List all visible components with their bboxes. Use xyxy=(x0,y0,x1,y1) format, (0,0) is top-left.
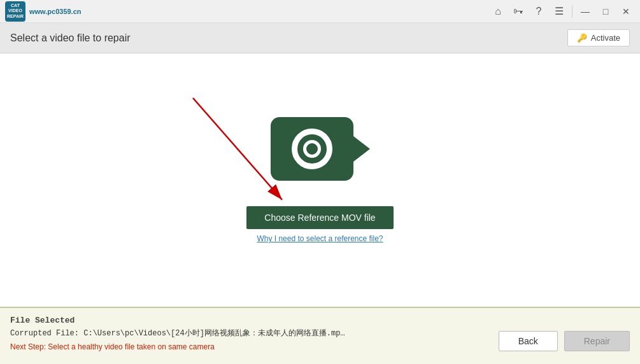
activate-button[interactable]: 🔑 Activate xyxy=(567,29,630,46)
choose-reference-button[interactable]: Choose Reference MOV file xyxy=(246,206,393,229)
title-bar-left: CAT VIDEO REPAIR www.pc0359.cn xyxy=(5,1,82,22)
button-area: Choose Reference MOV file Why I need to … xyxy=(246,206,393,243)
why-link-button[interactable]: Why I need to select a reference file? xyxy=(257,234,383,243)
back-button[interactable]: Back xyxy=(499,331,558,351)
camera-lens-inner xyxy=(303,140,321,158)
main-content: Choose Reference MOV file Why I need to … xyxy=(0,53,640,307)
bottom-wrapper: File Selected Corrupted File: C:\Users\p… xyxy=(0,307,640,364)
file-selected-label: File Selected xyxy=(10,316,630,325)
title-bar: CAT VIDEO REPAIR www.pc0359.cn ⌂ 🗝 ? ☰ —… xyxy=(0,0,640,23)
menu-icon-button[interactable]: ☰ xyxy=(550,3,568,20)
close-button[interactable]: ✕ xyxy=(617,3,635,20)
camera-lens-outer xyxy=(292,129,332,169)
bottom-buttons: Back Repair xyxy=(499,331,630,351)
activate-label: Activate xyxy=(591,33,620,43)
repair-button[interactable]: Repair xyxy=(564,331,630,351)
activate-key-icon: 🔑 xyxy=(577,33,587,43)
page-title: Select a video file to repair xyxy=(10,32,131,44)
header-bar: Select a video file to repair 🔑 Activate xyxy=(0,23,640,53)
key-icon-button[interactable]: 🗝 xyxy=(509,3,527,20)
title-bar-right: ⌂ 🗝 ? ☰ — □ ✕ xyxy=(489,3,635,20)
camera-viewfinder xyxy=(353,136,370,162)
camera-body xyxy=(271,117,353,181)
camera-icon-wrapper xyxy=(271,117,370,181)
minimize-button[interactable]: — xyxy=(576,3,594,20)
corrupted-file-label: Corrupted File: xyxy=(10,329,79,338)
help-icon-button[interactable]: ? xyxy=(530,3,548,20)
logo-area: CAT VIDEO REPAIR www.pc0359.cn xyxy=(5,1,82,22)
svg-line-1 xyxy=(193,98,282,200)
home-icon-button[interactable]: ⌂ xyxy=(489,3,507,20)
app-logo-icon: CAT VIDEO REPAIR xyxy=(5,1,25,22)
title-divider xyxy=(572,5,572,18)
logo-text: www.pc0359.cn xyxy=(29,8,82,15)
corrupted-file-value: C:\Users\pc\Videos\[24小时]网络视频乱象：未成年人的网络直… xyxy=(83,329,345,338)
maximize-button[interactable]: □ xyxy=(597,3,615,20)
